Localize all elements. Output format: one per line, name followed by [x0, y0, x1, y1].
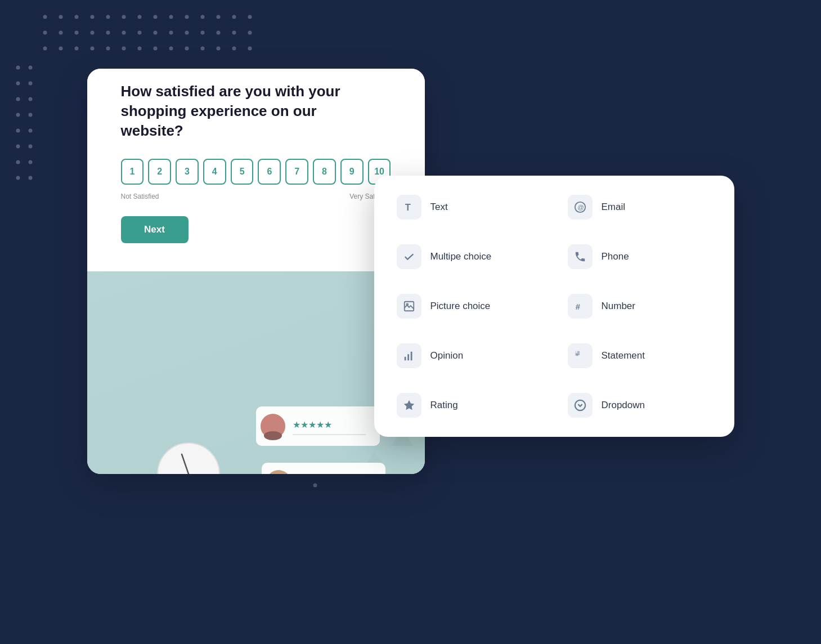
type-label-number: Number — [602, 301, 635, 312]
type-label-statement: Statement — [602, 350, 645, 361]
scale-number-5[interactable]: 5 — [231, 159, 254, 185]
scale-number-7[interactable]: 7 — [285, 159, 308, 185]
svg-rect-41 — [407, 354, 409, 360]
scale-number-8[interactable]: 8 — [313, 159, 336, 185]
svg-point-9 — [264, 431, 282, 440]
svg-text:": " — [575, 352, 578, 361]
rating-icon — [397, 393, 421, 418]
type-grid: TText@EmailMultipe choicePhonePicture ch… — [385, 185, 723, 428]
phone-icon — [568, 244, 593, 269]
type-label-phone: Phone — [602, 251, 629, 262]
svg-text:★★★★★: ★★★★★ — [293, 420, 332, 430]
next-button[interactable]: Next — [121, 216, 189, 243]
scale-number-9[interactable]: 9 — [340, 159, 364, 185]
svg-marker-44 — [403, 400, 414, 410]
type-item-opinion[interactable]: Opinion — [385, 333, 552, 378]
scale-numbers-row: 12345678910 — [121, 159, 391, 185]
scale-label-left: Not Satisfied — [121, 193, 159, 200]
type-label-multiple-choice: Multipe choice — [430, 251, 492, 262]
question-type-panel: TText@EmailMultipe choicePhonePicture ch… — [374, 176, 734, 437]
svg-rect-40 — [404, 357, 406, 360]
type-label-email: Email — [602, 202, 626, 213]
type-label-dropdown: Dropdown — [602, 400, 645, 411]
type-item-phone[interactable]: Phone — [557, 234, 723, 279]
number-icon: # — [568, 294, 593, 319]
multiple-choice-icon — [397, 244, 421, 269]
type-item-multiple-choice[interactable]: Multipe choice — [385, 234, 552, 279]
type-item-email[interactable]: @Email — [557, 185, 723, 230]
type-item-picture-choice[interactable]: Picture choice — [385, 284, 552, 329]
type-label-picture-choice: Picture choice — [430, 301, 491, 312]
svg-point-38 — [406, 303, 408, 305]
text-icon: T — [397, 195, 421, 220]
svg-rect-42 — [410, 352, 412, 361]
email-icon: @ — [568, 195, 593, 220]
dropdown-icon — [568, 393, 593, 418]
type-item-text[interactable]: TText — [385, 185, 552, 230]
type-item-statement[interactable]: "Statement — [557, 333, 723, 378]
scale-number-6[interactable]: 6 — [258, 159, 281, 185]
scale-labels: Not Satisfied Very Satisfied — [121, 193, 391, 200]
scale-number-3[interactable]: 3 — [176, 159, 199, 185]
satisfaction-scale: 12345678910 Not Satisfied Very Satisfied — [121, 159, 391, 200]
type-item-dropdown[interactable]: Dropdown — [557, 383, 723, 428]
type-item-number[interactable]: #Number — [557, 284, 723, 329]
scale-number-2[interactable]: 2 — [148, 159, 171, 185]
statement-icon: " — [568, 343, 593, 368]
type-item-rating[interactable]: Rating — [385, 383, 552, 428]
opinion-icon — [397, 343, 421, 368]
svg-text:T: T — [405, 202, 410, 212]
type-label-opinion: Opinion — [430, 350, 464, 361]
scale-number-1[interactable]: 1 — [121, 159, 144, 185]
svg-point-4 — [158, 443, 219, 474]
svg-text:@: @ — [577, 204, 584, 211]
svg-point-45 — [575, 400, 585, 410]
type-label-text: Text — [430, 202, 448, 213]
scale-number-4[interactable]: 4 — [203, 159, 226, 185]
picture-choice-icon — [397, 294, 421, 319]
type-label-rating: Rating — [430, 400, 458, 411]
svg-text:#: # — [575, 302, 580, 311]
survey-question: How satisfied are you with your shopping… — [121, 82, 346, 141]
